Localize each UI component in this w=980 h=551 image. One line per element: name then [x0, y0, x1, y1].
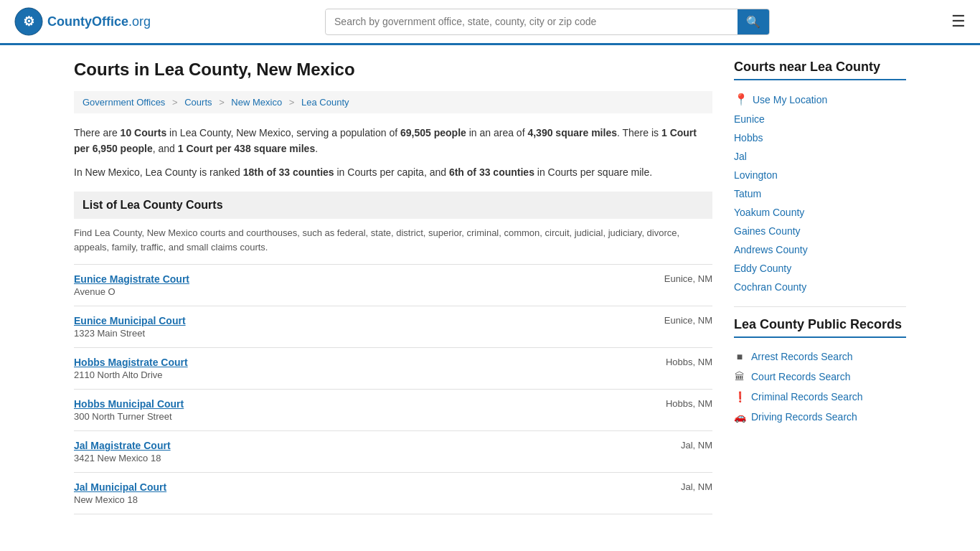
- court-item: Eunice Magistrate Court Avenue O Eunice,…: [74, 264, 712, 306]
- info1-area: 4,390 square miles: [527, 127, 617, 138]
- court-address: 2110 North Alto Drive: [74, 369, 651, 380]
- court-name[interactable]: Jal Magistrate Court: [74, 440, 666, 451]
- header: ⚙ CountyOffice.org 🔍 ☰: [0, 0, 980, 45]
- courts-near-title: Courts near Lea County: [734, 60, 906, 80]
- sidebar-county-link[interactable]: Eddy County: [734, 259, 906, 278]
- courts-list: Eunice Magistrate Court Avenue O Eunice,…: [74, 264, 712, 514]
- svg-text:⚙: ⚙: [23, 14, 34, 29]
- court-left: Eunice Magistrate Court Avenue O: [74, 273, 650, 297]
- info2-mid1: in Courts per capita, and: [334, 166, 449, 178]
- info-paragraph-1: There are 10 Courts in Lea County, New M…: [74, 125, 712, 157]
- sidebar-city-link[interactable]: Lovington: [734, 166, 906, 184]
- court-left: Hobbs Municipal Court 300 North Turner S…: [74, 398, 651, 422]
- sidebar-city-link[interactable]: Tatum: [734, 184, 906, 203]
- use-my-location-label: Use My Location: [753, 94, 827, 105]
- pr-label: Court Records Search: [751, 371, 851, 382]
- info1-per2: 1 Court per 438 square miles: [178, 143, 315, 154]
- page-title: Courts in Lea County, New Mexico: [74, 60, 712, 80]
- sidebar-county-link[interactable]: Andrews County: [734, 240, 906, 259]
- sidebar-city-link[interactable]: Eunice: [734, 110, 906, 128]
- court-location: Eunice, NM: [650, 315, 712, 326]
- court-address: 300 North Turner Street: [74, 411, 651, 422]
- sidebar-city-link[interactable]: Hobbs: [734, 128, 906, 147]
- info1-mid1: in Lea County, New Mexico, serving a pop…: [166, 127, 400, 138]
- court-location: Eunice, NM: [650, 273, 712, 284]
- breadcrumb-sep-1: >: [172, 97, 178, 108]
- breadcrumb-link-gov[interactable]: Government Offices: [83, 97, 165, 108]
- public-record-link[interactable]: 🚗Driving Records Search: [734, 407, 906, 427]
- info1-pre: There are: [74, 127, 121, 138]
- court-name[interactable]: Hobbs Magistrate Court: [74, 357, 651, 368]
- public-record-link[interactable]: 🏛Court Records Search: [734, 367, 906, 387]
- info2-rank2: 6th of 33 counties: [449, 166, 534, 178]
- sidebar-cities: EuniceHobbsJalLovingtonTatum: [734, 110, 906, 203]
- logo-text: CountyOffice.org: [47, 14, 151, 29]
- search-input[interactable]: [326, 10, 738, 33]
- court-name[interactable]: Eunice Magistrate Court: [74, 273, 650, 285]
- sidebar-city-link[interactable]: Jal: [734, 147, 906, 166]
- court-item: Jal Magistrate Court 3421 New Mexico 18 …: [74, 430, 712, 472]
- court-left: Hobbs Magistrate Court 2110 North Alto D…: [74, 357, 651, 380]
- info1-count: 10 Courts: [121, 127, 167, 138]
- court-address: New Mexico 18: [74, 494, 666, 505]
- logo-icon: ⚙: [14, 7, 43, 36]
- search-area: 🔍: [325, 9, 770, 35]
- info2-rank1: 18th of 33 counties: [243, 166, 334, 178]
- court-address: Avenue O: [74, 286, 650, 297]
- sidebar-county-link[interactable]: Cochran County: [734, 278, 906, 296]
- logo-area: ⚙ CountyOffice.org: [14, 7, 151, 36]
- pr-label: Arrest Records Search: [751, 351, 853, 362]
- breadcrumb-sep-3: >: [289, 97, 295, 108]
- court-address: 3421 New Mexico 18: [74, 453, 666, 463]
- court-item: Eunice Municipal Court 1323 Main Street …: [74, 306, 712, 347]
- pr-icon: 🏛: [734, 371, 745, 382]
- sidebar: Courts near Lea County 📍 Use My Location…: [734, 60, 906, 514]
- info2-end: in Courts per square mile.: [534, 166, 652, 178]
- location-icon: 📍: [734, 93, 748, 106]
- court-name[interactable]: Jal Municipal Court: [74, 481, 666, 493]
- court-item: Jal Municipal Court New Mexico 18 Jal, N…: [74, 472, 712, 514]
- court-location: Hobbs, NM: [651, 357, 712, 367]
- court-location: Jal, NM: [666, 440, 712, 451]
- logo-org: .org: [128, 14, 151, 29]
- sidebar-county-link[interactable]: Gaines County: [734, 222, 906, 240]
- court-item: Hobbs Municipal Court 300 North Turner S…: [74, 389, 712, 430]
- info-paragraph-2: In New Mexico, Lea County is ranked 18th…: [74, 164, 712, 180]
- court-location: Hobbs, NM: [651, 398, 712, 409]
- pr-icon: ■: [734, 351, 745, 362]
- main-content: Courts in Lea County, New Mexico Governm…: [74, 60, 712, 514]
- breadcrumb: Government Offices > Courts > New Mexico…: [74, 91, 712, 113]
- court-item: Hobbs Magistrate Court 2110 North Alto D…: [74, 347, 712, 389]
- court-name[interactable]: Hobbs Municipal Court: [74, 398, 651, 410]
- court-location: Jal, NM: [666, 481, 712, 492]
- public-record-link[interactable]: ■Arrest Records Search: [734, 347, 906, 367]
- info1-pop: 69,505 people: [400, 127, 466, 138]
- search-button[interactable]: 🔍: [738, 9, 769, 34]
- court-name[interactable]: Eunice Municipal Court: [74, 315, 650, 326]
- sidebar-county-link[interactable]: Yoakum County: [734, 203, 906, 222]
- sidebar-divider: [734, 306, 906, 307]
- sidebar-public-records: ■Arrest Records Search🏛Court Records Sea…: [734, 347, 906, 427]
- main-container: Courts in Lea County, New Mexico Governm…: [60, 45, 920, 529]
- breadcrumb-link-courts[interactable]: Courts: [184, 97, 212, 108]
- breadcrumb-link-nm[interactable]: New Mexico: [231, 97, 282, 108]
- logo-brand: CountyOffice: [47, 14, 128, 29]
- breadcrumb-link-lea[interactable]: Lea County: [301, 97, 349, 108]
- info2-pre: In New Mexico, Lea County is ranked: [74, 166, 243, 178]
- info1-mid2: in an area of: [466, 127, 528, 138]
- info1-end: .: [315, 143, 318, 154]
- court-left: Jal Municipal Court New Mexico 18: [74, 481, 666, 505]
- pr-icon: ❗: [734, 391, 745, 402]
- list-header: List of Lea County Courts: [74, 192, 712, 219]
- info1-mid3: . There is: [617, 127, 661, 138]
- sidebar-counties: Yoakum CountyGaines CountyAndrews County…: [734, 203, 906, 296]
- use-my-location-link[interactable]: 📍 Use My Location: [734, 89, 906, 110]
- menu-button[interactable]: ☰: [951, 12, 966, 31]
- breadcrumb-sep-2: >: [219, 97, 225, 108]
- public-record-link[interactable]: ❗Criminal Records Search: [734, 387, 906, 407]
- info1-mid4: , and: [153, 143, 178, 154]
- court-left: Eunice Municipal Court 1323 Main Street: [74, 315, 650, 339]
- pr-label: Driving Records Search: [751, 411, 857, 423]
- public-records-title: Lea County Public Records: [734, 317, 906, 338]
- court-address: 1323 Main Street: [74, 328, 650, 339]
